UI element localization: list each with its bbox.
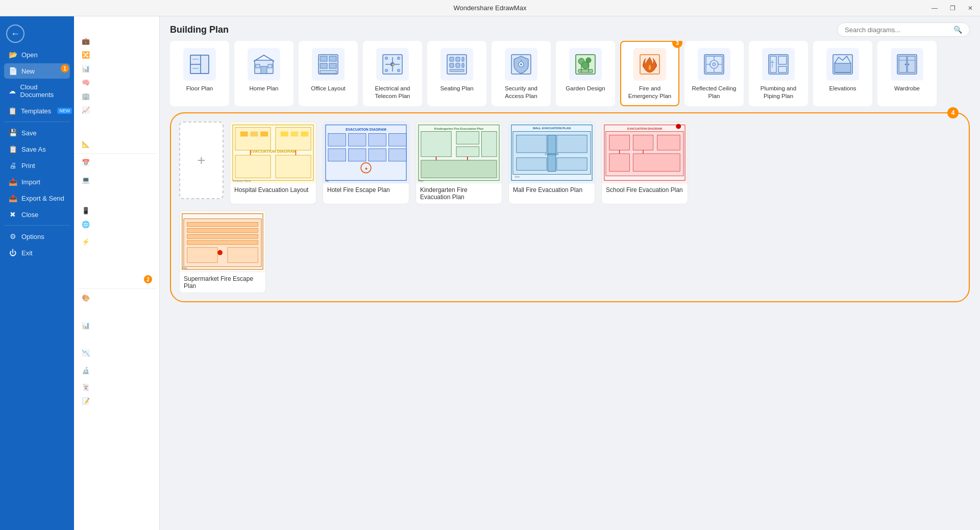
svg-rect-89 xyxy=(348,133,366,146)
cat-business[interactable]: 💼Business xyxy=(77,34,156,48)
cat-network[interactable]: 🌐Network xyxy=(77,218,156,231)
cat-management[interactable]: 📈Management xyxy=(77,103,156,117)
featured-mall[interactable]: MALL EVACUATION PLAN CORRIDOR Ar xyxy=(508,122,595,204)
cat-building-icon: 🏗 xyxy=(81,276,90,283)
cat-software[interactable]: 💻Software Development xyxy=(77,170,156,190)
fire-badge: 3 xyxy=(672,41,682,48)
cat-science[interactable]: 🔬Science and Education xyxy=(77,360,156,380)
template-security-plan[interactable]: Security and Access Plan xyxy=(492,41,551,106)
sidebar-item-import[interactable]: 📥 Import xyxy=(4,174,70,189)
template-seating-plan[interactable]: Seating Plan xyxy=(427,41,486,106)
cat-card[interactable]: 🃏Card xyxy=(77,380,156,394)
featured-supermarket[interactable]: Plan Supermarket Fire Escape Plan xyxy=(179,210,266,293)
cat-wireframe[interactable]: 📱Wireframe xyxy=(77,204,156,218)
cat-graphs[interactable]: 📉Graphs and Charts xyxy=(77,346,156,360)
template-plumbing-plan[interactable]: Plumbing and Piping Plan xyxy=(749,41,808,106)
plumbing-plan-label: Plumbing and Piping Plan xyxy=(754,85,803,100)
cat-mindmap[interactable]: 🧠Mind Map xyxy=(77,76,156,89)
back-circle-icon[interactable]: ← xyxy=(6,25,24,43)
sidebar-item-saveas[interactable]: 📋 Save As xyxy=(4,141,70,157)
svg-point-142 xyxy=(217,250,223,255)
close-button[interactable]: ✕ xyxy=(965,4,976,13)
template-wardrobe[interactable]: Wardrobe xyxy=(877,41,937,106)
featured-kindergarten[interactable]: Kindergarten Fire Evacuation Plan xyxy=(415,122,502,204)
svg-rect-127 xyxy=(657,135,680,150)
sidebar-item-print[interactable]: 🖨 Print xyxy=(4,158,70,173)
search-input[interactable] xyxy=(845,26,949,34)
svg-rect-71 xyxy=(235,127,271,150)
featured-badge: 4 xyxy=(947,107,959,118)
featured-hospital[interactable]: EVACUATION DIAGRAM Company Name xyxy=(230,122,316,204)
sidebar-top-section: 📂 Open 📄 New 1 ☁ Cloud Documents 📋 Templ… xyxy=(0,47,74,118)
cat-infographic[interactable]: 📊Infographic xyxy=(77,319,156,332)
svg-point-65 xyxy=(905,64,906,65)
svg-rect-32 xyxy=(450,69,464,71)
sidebar-item-cloud[interactable]: ☁ Cloud Documents xyxy=(4,80,70,102)
featured-hotel[interactable]: EVACUATION DIAGRAM xyxy=(323,122,409,204)
divider-2 xyxy=(4,225,70,226)
sidebar-item-options[interactable]: ⚙ Options xyxy=(4,229,70,244)
electrical-plan-label: Electrical and Telecom Plan xyxy=(368,85,417,100)
cat-analysis[interactable]: 📐Analysis Canvas xyxy=(77,137,156,151)
cat-map-label: Map xyxy=(94,336,106,343)
sidebar-item-templates[interactable]: 📋 Templates NEW xyxy=(4,103,70,118)
cat-orgchart[interactable]: 🏢Organizational Chart xyxy=(77,89,156,103)
cat-graphic[interactable]: 🎨Graphic Design xyxy=(77,291,156,305)
cat-database[interactable]: 🗄Database Modeling xyxy=(77,190,156,204)
ceiling-plan-label: Reflected Ceiling Plan xyxy=(690,85,739,100)
security-svg xyxy=(510,53,532,76)
template-fire-emergency[interactable]: 3 Fire and Emergency Plan xyxy=(620,41,679,106)
template-floor-plan[interactable]: Floor Plan xyxy=(170,41,229,106)
search-box[interactable]: 🔍 xyxy=(837,22,970,37)
cat-basic[interactable]: ◻Basic Diagram xyxy=(77,20,156,34)
mall-label: Mall Fire Evacuation Plan xyxy=(509,183,595,197)
template-office-layout[interactable]: Office Layout xyxy=(299,41,358,106)
back-button[interactable]: ← xyxy=(0,16,74,47)
sidebar-item-close[interactable]: ✖ Close xyxy=(4,207,70,222)
options-icon: ⚙ xyxy=(8,232,17,240)
cat-map[interactable]: 🗺Map xyxy=(77,332,156,346)
template-garden-design[interactable]: Garden Design xyxy=(556,41,615,106)
template-ceiling-plan[interactable]: Reflected Ceiling Plan xyxy=(684,41,744,106)
minimize-button[interactable]: — xyxy=(928,4,941,13)
sidebar-item-open[interactable]: 📂 Open xyxy=(4,47,70,62)
template-home-plan[interactable]: Home Plan xyxy=(234,41,293,106)
cat-organizer[interactable]: 🗂Graphic Organizer xyxy=(77,305,156,319)
cat-flowchart[interactable]: 🔀Flowchart xyxy=(77,48,156,62)
cat-industrial[interactable]: ⚙Industrial Engineering xyxy=(77,252,156,272)
sidebar-item-save[interactable]: 💾 Save xyxy=(4,125,70,140)
svg-rect-115 xyxy=(557,135,587,153)
template-electrical-plan[interactable]: ⚡ Electrical and Telecom Plan xyxy=(363,41,422,106)
cat-form[interactable]: 📝Form xyxy=(77,394,156,408)
cat-form-label: Form xyxy=(94,398,109,405)
sidebar-import-label: Import xyxy=(21,178,40,186)
sidebar-item-exit[interactable]: ⏻ Exit xyxy=(4,245,70,260)
search-icon[interactable]: 🔍 xyxy=(953,26,962,34)
new-diagram-button[interactable]: + xyxy=(179,122,224,199)
svg-text:★: ★ xyxy=(364,166,368,171)
cat-strategy[interactable]: ♟Strategy and Planning xyxy=(77,117,156,137)
maximize-button[interactable]: ❐ xyxy=(947,4,959,13)
featured-grid: + EVACUATION D xyxy=(179,122,961,204)
sidebar-exit-label: Exit xyxy=(21,249,33,257)
template-elevations[interactable]: Elevations xyxy=(813,41,872,106)
sidebar-item-new[interactable]: 📄 New 1 xyxy=(4,63,70,79)
cat-building[interactable]: 🏗 Building Plan 2 xyxy=(77,272,156,286)
cat-marketing[interactable]: 📊Marketing xyxy=(77,62,156,76)
featured-school[interactable]: EVACUATION DIAGRAM xyxy=(601,122,688,204)
cat-management-icon: 📈 xyxy=(81,106,90,114)
window-controls[interactable]: — ❐ ✕ xyxy=(928,4,976,13)
templates-new-badge: NEW xyxy=(57,108,72,114)
sidebar-item-export[interactable]: 📤 Export & Send xyxy=(4,190,70,206)
svg-rect-78 xyxy=(260,131,268,136)
svg-rect-73 xyxy=(235,155,271,178)
svg-text:Aria: Aria xyxy=(515,176,520,178)
svg-text:Plan: Plan xyxy=(182,267,187,270)
svg-rect-13 xyxy=(320,63,327,68)
school-diagram: EVACUATION DIAGRAM xyxy=(602,122,688,183)
sidebar-print-label: Print xyxy=(21,162,35,170)
svg-rect-141 xyxy=(228,248,258,263)
cat-electrical[interactable]: ⚡Electrical Engineering xyxy=(77,231,156,252)
cat-project[interactable]: 📅Project Management xyxy=(77,156,156,170)
sidebar-open-label: Open xyxy=(21,51,38,59)
